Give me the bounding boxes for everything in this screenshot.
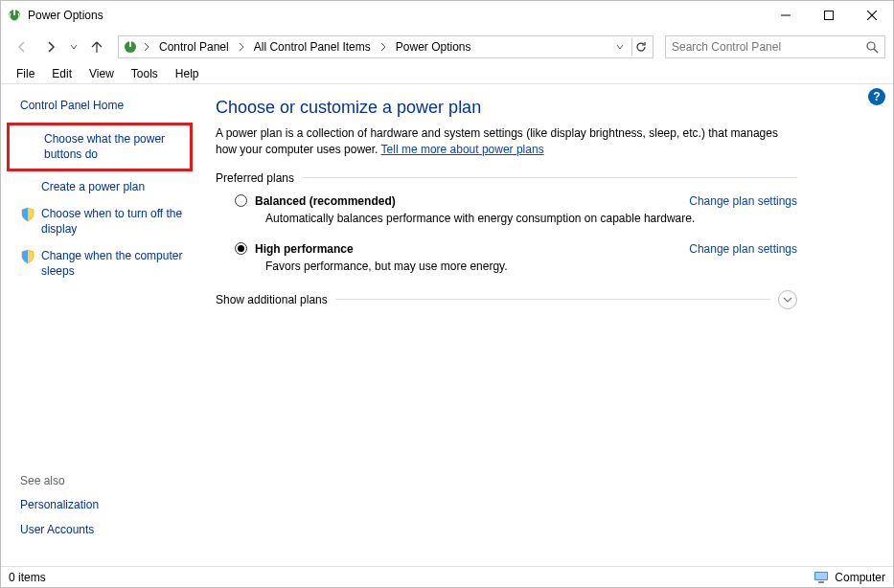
chevron-right-icon[interactable] bbox=[140, 42, 153, 52]
menu-tools[interactable]: Tools bbox=[124, 65, 166, 82]
shield-icon bbox=[20, 207, 35, 222]
recent-dropdown[interactable] bbox=[68, 43, 80, 51]
svg-line-9 bbox=[874, 49, 878, 53]
help-icon[interactable]: ? bbox=[868, 88, 885, 105]
plan-high-performance: High performance Change plan settings Fa… bbox=[235, 242, 797, 273]
menu-help[interactable]: Help bbox=[168, 65, 207, 82]
svg-rect-7 bbox=[129, 41, 131, 47]
preferred-plans-heading: Preferred plans bbox=[216, 171, 294, 185]
sidebar-link-create-plan[interactable]: Create a power plan bbox=[41, 179, 145, 194]
chevron-down-icon[interactable] bbox=[778, 290, 797, 309]
breadcrumb-control-panel[interactable]: Control Panel bbox=[155, 36, 233, 57]
menu-edit[interactable]: Edit bbox=[44, 65, 80, 82]
divider bbox=[302, 177, 797, 178]
svg-rect-11 bbox=[815, 573, 827, 579]
see-also-user-accounts[interactable]: User Accounts bbox=[20, 522, 193, 537]
page-description: A power plan is a collection of hardware… bbox=[216, 125, 797, 158]
radio-balanced[interactable] bbox=[235, 194, 247, 207]
show-additional-plans[interactable]: Show additional plans bbox=[216, 290, 797, 309]
titlebar: Power Options bbox=[1, 1, 893, 30]
maximize-button[interactable] bbox=[807, 1, 850, 30]
more-about-power-plans-link[interactable]: Tell me more about power plans bbox=[381, 143, 544, 156]
statusbar: 0 items Computer bbox=[1, 566, 893, 587]
change-settings-highperf-link[interactable]: Change plan settings bbox=[689, 242, 797, 256]
menubar: File Edit View Tools Help bbox=[1, 63, 893, 84]
content-pane: ? Choose or customize a power plan A pow… bbox=[202, 84, 893, 566]
breadcrumb-all-items[interactable]: All Control Panel Items bbox=[250, 36, 375, 57]
shield-icon bbox=[20, 249, 35, 264]
refresh-button[interactable] bbox=[631, 37, 651, 57]
navbar: Control Panel All Control Panel Items Po… bbox=[1, 30, 893, 63]
sidebar-item-display-off[interactable]: Choose when to turn off the display bbox=[20, 206, 193, 237]
chevron-right-icon[interactable] bbox=[235, 42, 248, 52]
search-placeholder: Search Control Panel bbox=[672, 40, 781, 54]
close-button[interactable] bbox=[850, 1, 893, 30]
forward-button[interactable] bbox=[39, 35, 62, 58]
divider bbox=[335, 299, 770, 300]
menu-file[interactable]: File bbox=[9, 65, 42, 82]
computer-icon bbox=[814, 571, 829, 584]
plan-highperf-desc: Favors performance, but may use more ene… bbox=[265, 260, 797, 273]
minimize-button[interactable] bbox=[764, 1, 807, 30]
control-panel-home-link[interactable]: Control Panel Home bbox=[20, 98, 193, 113]
breadcrumb-power-options[interactable]: Power Options bbox=[392, 36, 475, 57]
app-icon bbox=[7, 8, 22, 23]
search-icon bbox=[865, 40, 879, 54]
sidebar-link-display-off[interactable]: Choose when to turn off the display bbox=[41, 206, 193, 237]
svg-rect-3 bbox=[824, 11, 833, 20]
see-also-heading: See also bbox=[20, 474, 193, 487]
status-computer-label: Computer bbox=[835, 571, 885, 584]
address-dropdown[interactable] bbox=[610, 37, 630, 57]
control-panel-icon bbox=[123, 39, 138, 55]
plan-highperf-name[interactable]: High performance bbox=[255, 242, 354, 256]
svg-rect-1 bbox=[13, 10, 15, 15]
page-title: Choose or customize a power plan bbox=[216, 98, 797, 118]
svg-rect-12 bbox=[818, 581, 824, 583]
address-bar[interactable]: Control Panel All Control Panel Items Po… bbox=[118, 35, 653, 58]
sidebar: Control Panel Home Choose what the power… bbox=[1, 84, 202, 566]
up-button[interactable] bbox=[85, 35, 108, 58]
sidebar-link-sleep[interactable]: Change when the computer sleeps bbox=[41, 248, 193, 279]
change-settings-balanced-link[interactable]: Change plan settings bbox=[689, 194, 797, 208]
plan-balanced-desc: Automatically balances performance with … bbox=[265, 212, 797, 225]
svg-point-8 bbox=[867, 42, 875, 50]
sidebar-item-power-buttons[interactable]: Choose what the power buttons do bbox=[7, 123, 193, 170]
radio-high-performance[interactable] bbox=[235, 242, 247, 255]
status-item-count: 0 items bbox=[9, 571, 46, 584]
back-button[interactable] bbox=[11, 35, 34, 58]
sidebar-link-power-buttons[interactable]: Choose what the power buttons do bbox=[44, 131, 186, 162]
sidebar-item-create-plan[interactable]: Create a power plan bbox=[20, 179, 193, 194]
sidebar-item-sleep[interactable]: Change when the computer sleeps bbox=[20, 248, 193, 279]
see-also-personalization[interactable]: Personalization bbox=[20, 497, 193, 512]
menu-view[interactable]: View bbox=[81, 65, 122, 82]
chevron-right-icon[interactable] bbox=[377, 42, 390, 52]
search-input[interactable]: Search Control Panel bbox=[665, 35, 885, 58]
window-title: Power Options bbox=[28, 9, 103, 22]
additional-plans-label: Show additional plans bbox=[216, 293, 328, 306]
plan-balanced-name[interactable]: Balanced (recommended) bbox=[255, 194, 396, 208]
plan-balanced: Balanced (recommended) Change plan setti… bbox=[235, 194, 797, 225]
